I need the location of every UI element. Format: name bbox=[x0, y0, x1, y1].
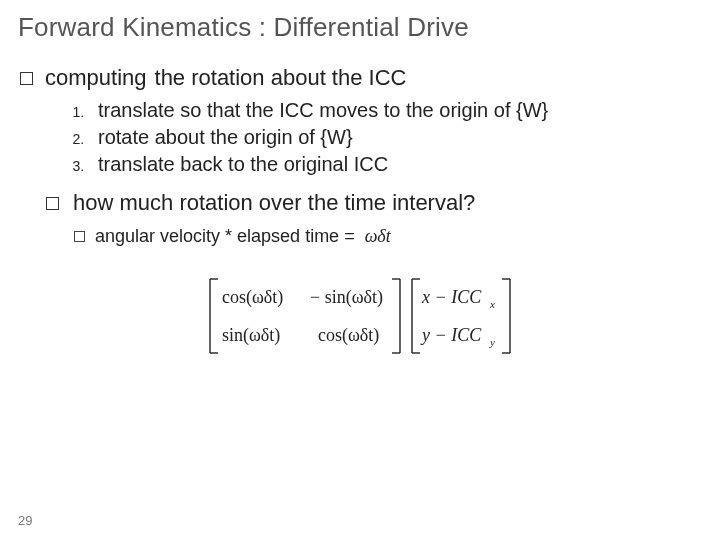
bullet-computing: computing the rotation about the ICC bbox=[20, 65, 702, 91]
m-a21: sin(ωδt) bbox=[222, 325, 280, 346]
m-a11: cos(ωδt) bbox=[222, 287, 283, 308]
omega-delta-t-inline: ωδt bbox=[365, 226, 391, 247]
numbered-steps: translate so that the ICC moves to the o… bbox=[88, 99, 702, 176]
m-v1-sub: x bbox=[489, 298, 495, 310]
rotation-matrix-formula: cos(ωδt) − sin(ωδt) sin(ωδt) cos(ωδt) x … bbox=[18, 271, 702, 361]
m-v1: x − ICC bbox=[421, 287, 482, 307]
slide-title: Forward Kinematics : Differential Drive bbox=[18, 12, 702, 43]
subbullet-text: angular velocity * elapsed time = bbox=[95, 226, 355, 247]
m-a12: − sin(ωδt) bbox=[310, 287, 383, 308]
square-bullet-icon bbox=[20, 72, 33, 85]
bullet2-text: how much rotation over the time interval… bbox=[73, 190, 475, 216]
bullet1-lead: computing bbox=[45, 65, 147, 91]
step-2: rotate about the origin of {W} bbox=[88, 126, 702, 149]
right-bracket-icon bbox=[502, 279, 510, 353]
step-3: translate back to the original ICC bbox=[88, 153, 702, 176]
square-bullet-icon bbox=[46, 197, 59, 210]
bullet1-rest: the rotation about the ICC bbox=[155, 65, 407, 91]
left-bracket-icon bbox=[210, 279, 218, 353]
right-bracket-icon bbox=[392, 279, 400, 353]
page-number: 29 bbox=[18, 513, 32, 528]
m-v2: y − ICC bbox=[420, 325, 482, 345]
m-v2-sub: y bbox=[489, 336, 495, 348]
subbullet-angular-velocity: angular velocity * elapsed time = ωδt bbox=[74, 226, 702, 247]
m-a22: cos(ωδt) bbox=[318, 325, 379, 346]
slide: Forward Kinematics : Differential Drive … bbox=[0, 0, 720, 540]
square-bullet-icon bbox=[74, 231, 85, 242]
matrix-svg: cos(ωδt) − sin(ωδt) sin(ωδt) cos(ωδt) x … bbox=[200, 271, 520, 361]
step-1: translate so that the ICC moves to the o… bbox=[88, 99, 702, 122]
bullet-how-much-rotation: how much rotation over the time interval… bbox=[46, 190, 702, 216]
left-bracket-icon bbox=[412, 279, 420, 353]
